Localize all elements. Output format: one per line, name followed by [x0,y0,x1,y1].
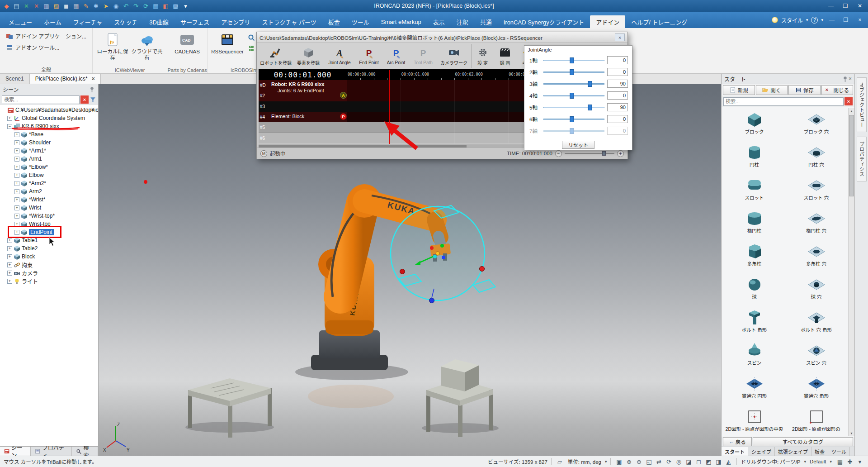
catalog-tab-sheetmetal[interactable]: 板金 [811,447,828,456]
catalog-tab-start[interactable]: スタート [722,447,748,456]
tab-feature[interactable]: フィーチャ [67,15,108,28]
tree-item[interactable]: Block [0,253,98,261]
orbit-icon[interactable]: ⟳ [664,457,673,466]
look-at-icon[interactable]: ◎ [674,457,683,466]
print-icon[interactable]: ▦ [71,1,81,10]
catalog-item[interactable]: 球 [723,274,785,307]
timeline-zoom-in-icon[interactable]: + [617,150,624,157]
excel-export-icon[interactable]: ✕ [32,1,41,10]
catalog-item[interactable]: ボルト 穴 角形 [785,307,847,340]
grid-icon[interactable]: ▩ [171,1,180,10]
tab-synergy-client[interactable]: IronCAD Synergyクライアント [498,15,590,28]
tree-item[interactable]: C:¥Users¥Sadamatsu¥Desktop¥icROB [0,106,98,114]
refresh-icon[interactable]: ⟳ [141,1,151,10]
tree-item[interactable]: Table2 [0,244,98,253]
catalog-tab-shapes[interactable]: シェイプ [748,447,775,456]
slider-thumb[interactable] [570,57,574,63]
tree-item[interactable]: *Arm2* [0,179,98,187]
catalog-item[interactable]: ボルト 角形 [723,307,785,340]
tab-surface[interactable]: サーフェス [175,15,215,28]
timeline-zoom-out-icon[interactable]: − [555,150,562,157]
mdi-restore-button[interactable]: ❐ [840,17,851,23]
cadenas-button[interactable]: CAD CADENAS [171,30,203,55]
expander-icon[interactable] [7,116,12,121]
tree-item[interactable]: *Wrist-top* [0,212,98,220]
catalog-new-button[interactable]: 新規 [723,85,755,95]
keyframe-marker-p[interactable]: P [340,113,347,120]
expander-icon[interactable] [7,254,12,259]
render-wireframe-icon[interactable]: ◻ [694,457,703,466]
catalog-item[interactable]: 円柱 [723,142,785,175]
tree-item[interactable]: Shoulder [0,138,98,147]
tool-path-button[interactable]: P Tool Path [410,44,437,68]
panel-tab-scene[interactable]: シーン [0,447,31,456]
catalog-search-input[interactable] [723,97,844,106]
joint-value-field[interactable]: 90 [607,80,628,88]
catalog-item[interactable]: 楕円柱 穴 [785,208,847,241]
slider-thumb[interactable] [570,69,574,75]
tab-home[interactable]: ホーム [38,15,67,28]
tab-view[interactable]: 表示 [427,15,451,28]
expander-icon[interactable] [7,262,12,267]
record-button[interactable]: 録 画 [494,44,516,68]
shadow-icon[interactable]: ◩ [704,457,713,466]
fit-scene-icon[interactable]: ▣ [614,457,623,466]
pin-icon[interactable] [89,86,95,93]
doc-export-icon[interactable]: ▥ [42,1,51,10]
expander-icon[interactable] [7,124,12,129]
render-style-select[interactable]: Default [810,459,826,464]
catalog-back-button[interactable]: ←戻る [723,437,752,446]
tree-item[interactable]: 拘束 [0,261,98,269]
render-shaded-icon[interactable]: ◪ [684,457,693,466]
slider-thumb[interactable] [570,93,574,99]
panel-tab-properties[interactable]: プロパティ [31,447,72,456]
reflection-icon[interactable]: ◨ [714,457,723,466]
tab-menu[interactable]: メニュー [3,15,38,28]
keyframe-marker-a[interactable]: A [340,92,347,99]
tab-assembly[interactable]: アセンブリ [215,15,256,28]
catalog-item[interactable]: スロット [723,175,785,208]
redo-icon[interactable]: ↷ [131,1,141,10]
playhead[interactable] [389,70,390,144]
zoom-out-icon[interactable]: ⊖ [634,457,643,466]
tab-common[interactable]: 共通 [474,15,498,28]
local-save-button[interactable]: js ローカルに保存 [96,30,129,62]
joint-slider[interactable] [543,69,604,76]
joint-value-field[interactable]: 0 [607,68,628,76]
joint-slider[interactable] [543,81,604,87]
joint-slider[interactable] [543,57,604,64]
catalog-scrollbar[interactable]: ▲ ▼ [848,108,854,436]
tree-item[interactable]: KR 6 R900 sixx [0,122,98,130]
expander-icon[interactable] [14,132,19,137]
slider-thumb[interactable] [588,105,592,110]
expander-icon[interactable] [14,140,19,145]
qat-dropdown-icon[interactable]: ▾ [181,1,190,10]
catalog-item[interactable]: スピン 穴 [785,340,847,373]
expander-icon[interactable] [7,279,12,284]
doc-close-icon[interactable]: × [92,76,95,82]
settings-icon[interactable]: ✱ [91,1,101,10]
camera-work-button[interactable]: カメラワーク [437,44,471,68]
register-element-button[interactable]: 要素を登録 [293,44,324,68]
expander-icon[interactable] [14,222,19,227]
filter-icon[interactable] [90,96,96,103]
table-icon[interactable]: ▦ [151,1,160,10]
joint-value-field[interactable]: 90 [607,103,628,111]
expander-icon[interactable] [7,271,12,276]
scroll-down-icon[interactable]: ▼ [849,430,854,436]
catalog-close-icon[interactable]: × [849,76,852,82]
panel-tab-search[interactable]: 検索 [72,447,98,456]
launch-icon[interactable]: ➤ [101,1,111,10]
register-robot-button[interactable]: ロボットを登録 [259,44,293,68]
selection-mode-icon[interactable]: ▦ [835,457,844,466]
minimize-button[interactable]: — [824,0,838,12]
catalog-tab-tools[interactable]: ツール [828,447,850,456]
open-icon[interactable]: ▨ [52,1,61,10]
block-cube[interactable] [441,359,479,391]
tree-item[interactable]: Table1 [0,236,98,244]
reset-button[interactable]: リセット [562,141,594,149]
catalog-item[interactable]: 楕円柱 [723,208,785,241]
expander-icon[interactable] [14,165,19,170]
tree-item[interactable]: *Arm1* [0,147,98,155]
tab-3dcurve[interactable]: 3D曲線 [143,15,175,28]
